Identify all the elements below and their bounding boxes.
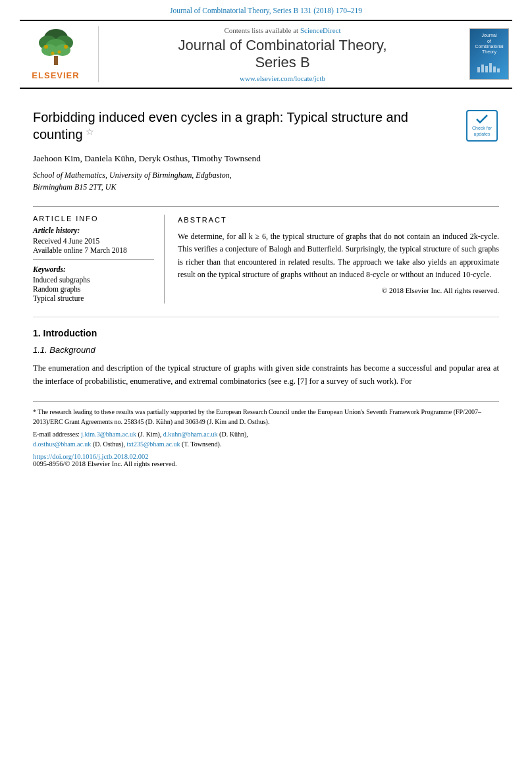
svg-rect-16 — [497, 68, 500, 72]
abstract-column: ABSTRACT We determine, for all k ≥ 6, th… — [178, 215, 499, 303]
contents-prefix: Contents lists available at — [224, 26, 300, 34]
page: Journal of Combinatorial Theory, Series … — [0, 0, 532, 765]
main-content: Forbidding induced even cycles in a grap… — [0, 89, 532, 481]
affiliation-line2: Birmingham B15 2TT, UK — [33, 182, 116, 192]
affiliation: School of Mathematics, University of Bir… — [33, 169, 499, 193]
issn-line: 0095-8956/© 2018 Elsevier Inc. All right… — [33, 460, 499, 467]
footnote-emails: E-mail addresses: j.kim.3@bham.ac.uk (J.… — [33, 429, 499, 449]
footnote-star-note: * The research leading to these results … — [33, 407, 499, 427]
svg-rect-11 — [477, 67, 480, 72]
top-citation: Journal of Combinatorial Theory, Series … — [0, 0, 532, 20]
elsevier-tree-icon — [30, 28, 82, 68]
contents-line: Contents lists available at ScienceDirec… — [224, 26, 340, 34]
info-divider — [33, 259, 154, 260]
affiliation-line1: School of Mathematics, University of Bir… — [33, 171, 232, 180]
keyword-3: Typical structure — [33, 294, 154, 302]
svg-rect-15 — [493, 66, 496, 72]
email2-link[interactable]: d.kuhn@bham.ac.uk — [163, 431, 218, 438]
svg-point-7 — [44, 45, 48, 49]
star-icon: ☆ — [86, 127, 94, 137]
article-title: Forbidding induced even cycles in a grap… — [33, 109, 455, 143]
svg-point-9 — [51, 51, 54, 55]
section-1-heading: 1. Introduction — [33, 328, 499, 338]
svg-rect-14 — [489, 63, 492, 72]
cover-box: JournalofCombinatorialTheory — [469, 28, 509, 80]
svg-rect-12 — [481, 65, 484, 72]
email1-link[interactable]: j.kim.3@bham.ac.uk — [81, 431, 136, 438]
section-separator — [33, 317, 499, 317]
svg-point-5 — [55, 44, 70, 56]
copyright-line: © 2018 Elsevier Inc. All rights reserved… — [178, 285, 499, 296]
email4-link[interactable]: txt235@bham.ac.uk — [127, 440, 180, 448]
article-title-section: Forbidding induced even cycles in a grap… — [33, 102, 499, 143]
cover-box-text: JournalofCombinatorialTheory — [475, 33, 503, 75]
svg-point-10 — [57, 50, 61, 53]
footnote-area: * The research leading to these results … — [33, 401, 499, 467]
keyword-2: Random graphs — [33, 285, 154, 293]
elsevier-label: ELSEVIER — [32, 70, 79, 80]
abstract-text: We determine, for all k ≥ 6, the typical… — [178, 230, 499, 281]
svg-point-8 — [64, 45, 68, 49]
article-history-label: Article history: — [33, 226, 154, 234]
top-citation-text: Journal of Combinatorial Theory, Series … — [170, 7, 362, 14]
abstract-title: ABSTRACT — [178, 215, 499, 226]
journal-cover: JournalofCombinatorialTheory — [466, 26, 512, 82]
journal-header: ELSEVIER Contents lists available at Sci… — [20, 20, 512, 89]
doi-line: https://doi.org/10.1016/j.jctb.2018.02.0… — [33, 453, 499, 460]
checkmark-icon — [475, 114, 489, 124]
keywords-label: Keywords: — [33, 265, 154, 273]
journal-main-title: Journal of Combinatorial Theory, Series … — [178, 37, 386, 72]
badge-line1: Check for — [472, 126, 492, 131]
email3-link[interactable]: d.osthus@bham.ac.uk — [33, 440, 91, 448]
keyword-1: Induced subgraphs — [33, 276, 154, 284]
body-text-intro: The enumeration and description of the t… — [33, 361, 499, 388]
subsection-11-heading: 1.1. Background — [33, 345, 499, 355]
svg-rect-6 — [54, 56, 58, 65]
svg-rect-13 — [485, 66, 488, 72]
received-date: Received 4 June 2015 — [33, 237, 154, 245]
doi-link[interactable]: https://doi.org/10.1016/j.jctb.2018.02.0… — [33, 453, 148, 460]
elsevier-logo: ELSEVIER — [20, 26, 99, 82]
sciencedirect-link[interactable]: ScienceDirect — [300, 26, 341, 34]
article-info-title: ARTICLE INFO — [33, 215, 154, 223]
journal-title-section: Contents lists available at ScienceDirec… — [105, 26, 460, 82]
article-info-column: ARTICLE INFO Article history: Received 4… — [33, 215, 165, 303]
journal-url: www.elsevier.com/locate/jctb — [240, 74, 325, 82]
available-date: Available online 7 March 2018 — [33, 246, 154, 254]
authors: Jaehoon Kim, Daniela Kühn, Deryk Osthus,… — [33, 153, 499, 164]
check-for-updates-badge: Check for updates — [465, 109, 499, 143]
badge-line2: updates — [474, 132, 491, 137]
two-column-section: ARTICLE INFO Article history: Received 4… — [33, 206, 499, 303]
